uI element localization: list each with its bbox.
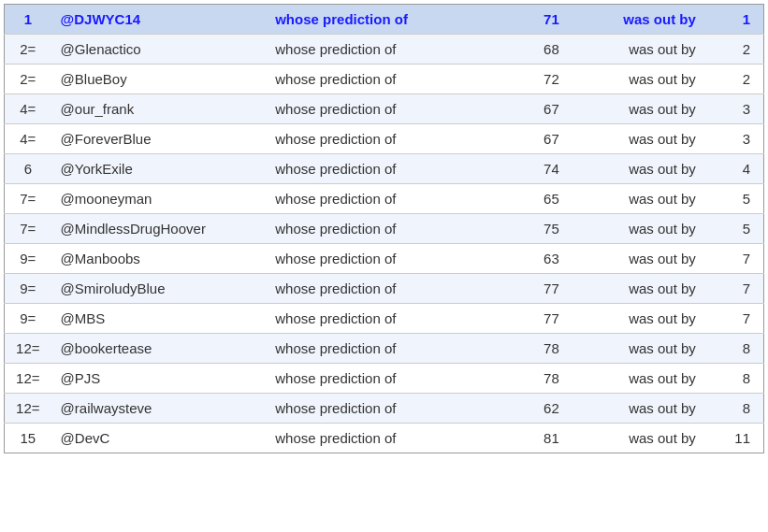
pred-label-cell: whose prediction of <box>266 124 490 154</box>
out-label-cell: was out by <box>569 424 705 453</box>
table-row: 7= @MindlessDrugHoover whose prediction … <box>5 214 764 244</box>
table-row: 9= @Manboobs whose prediction of 63 was … <box>5 244 764 274</box>
rank-cell: 2= <box>5 65 51 94</box>
rank-cell: 7= <box>5 184 51 214</box>
name-cell: @PJS <box>51 364 267 394</box>
rank-cell: 7= <box>5 214 51 244</box>
pred-val-cell: 81 <box>490 424 568 453</box>
name-cell: @MindlessDrugHoover <box>51 214 267 244</box>
pred-val-cell: 75 <box>490 214 568 244</box>
out-val-cell: 5 <box>705 184 764 214</box>
out-label-cell: was out by <box>569 65 705 94</box>
pred-val-cell: 67 <box>490 124 568 154</box>
out-label-cell: was out by <box>569 35 705 65</box>
out-label-cell: was out by <box>569 124 705 154</box>
out-label-cell: was out by <box>569 214 705 244</box>
pred-label-cell: whose prediction of <box>266 65 490 94</box>
pred-val-cell: 72 <box>490 65 568 94</box>
pred-label-cell: whose prediction of <box>266 184 490 214</box>
out-val-cell: 7 <box>705 274 764 304</box>
table-row: 9= @MBS whose prediction of 77 was out b… <box>5 304 764 334</box>
out-label-cell: was out by <box>569 364 705 394</box>
pred-val-cell: 63 <box>490 244 568 274</box>
rank-cell: 6 <box>5 154 51 184</box>
pred-label-cell: whose prediction of <box>266 274 490 304</box>
out-val-cell: 4 <box>705 154 764 184</box>
pred-val-cell: 67 <box>490 94 568 124</box>
pred-label-cell: whose prediction of <box>266 5 490 35</box>
table-row: 15 @DevC whose prediction of 81 was out … <box>5 424 764 453</box>
pred-val-cell: 77 <box>490 304 568 334</box>
out-val-cell: 2 <box>705 65 764 94</box>
table-row: 9= @SmiroludyBlue whose prediction of 77… <box>5 274 764 304</box>
pred-label-cell: whose prediction of <box>266 154 490 184</box>
name-cell: @MBS <box>51 304 267 334</box>
rank-cell: 9= <box>5 304 51 334</box>
pred-label-cell: whose prediction of <box>266 394 490 424</box>
out-val-cell: 8 <box>705 334 764 364</box>
out-val-cell: 7 <box>705 304 764 334</box>
pred-val-cell: 78 <box>490 334 568 364</box>
name-cell: @ForeverBlue <box>51 124 267 154</box>
pred-val-cell: 74 <box>490 154 568 184</box>
name-cell: @BlueBoy <box>51 65 267 94</box>
out-label-cell: was out by <box>569 244 705 274</box>
rank-cell: 2= <box>5 35 51 65</box>
pred-label-cell: whose prediction of <box>266 364 490 394</box>
pred-label-cell: whose prediction of <box>266 244 490 274</box>
name-cell: @Manboobs <box>51 244 267 274</box>
pred-val-cell: 78 <box>490 364 568 394</box>
out-label-cell: was out by <box>569 184 705 214</box>
table-row: 7= @mooneyman whose prediction of 65 was… <box>5 184 764 214</box>
out-label-cell: was out by <box>569 304 705 334</box>
rank-cell: 12= <box>5 334 51 364</box>
pred-label-cell: whose prediction of <box>266 35 490 65</box>
pred-val-cell: 77 <box>490 274 568 304</box>
table-row: 2= @BlueBoy whose prediction of 72 was o… <box>5 65 764 94</box>
name-cell: @Glenactico <box>51 35 267 65</box>
name-cell: @DJWYC14 <box>51 5 267 35</box>
table-row: 4= @ForeverBlue whose prediction of 67 w… <box>5 124 764 154</box>
rank-cell: 12= <box>5 394 51 424</box>
out-label-cell: was out by <box>569 154 705 184</box>
pred-label-cell: whose prediction of <box>266 214 490 244</box>
out-label-cell: was out by <box>569 274 705 304</box>
pred-label-cell: whose prediction of <box>266 304 490 334</box>
pred-label-cell: whose prediction of <box>266 334 490 364</box>
rank-cell: 9= <box>5 274 51 304</box>
pred-label-cell: whose prediction of <box>266 94 490 124</box>
rank-cell: 4= <box>5 124 51 154</box>
table-row: 12= @railwaysteve whose prediction of 62… <box>5 394 764 424</box>
out-val-cell: 11 <box>705 424 764 453</box>
out-val-cell: 3 <box>705 124 764 154</box>
out-val-cell: 7 <box>705 244 764 274</box>
table-row: 6 @YorkExile whose prediction of 74 was … <box>5 154 764 184</box>
table-row: 2= @Glenactico whose prediction of 68 wa… <box>5 35 764 65</box>
out-val-cell: 8 <box>705 364 764 394</box>
out-val-cell: 1 <box>705 5 764 35</box>
out-val-cell: 3 <box>705 94 764 124</box>
name-cell: @bookertease <box>51 334 267 364</box>
table-row: 12= @PJS whose prediction of 78 was out … <box>5 364 764 394</box>
pred-val-cell: 65 <box>490 184 568 214</box>
name-cell: @DevC <box>51 424 267 453</box>
name-cell: @railwaysteve <box>51 394 267 424</box>
name-cell: @YorkExile <box>51 154 267 184</box>
table-row: 1 @DJWYC14 whose prediction of 71 was ou… <box>5 5 764 35</box>
pred-val-cell: 68 <box>490 35 568 65</box>
rank-cell: 15 <box>5 424 51 453</box>
leaderboard-table: 1 @DJWYC14 whose prediction of 71 was ou… <box>4 4 764 453</box>
table-row: 12= @bookertease whose prediction of 78 … <box>5 334 764 364</box>
pred-label-cell: whose prediction of <box>266 424 490 453</box>
out-label-cell: was out by <box>569 394 705 424</box>
name-cell: @SmiroludyBlue <box>51 274 267 304</box>
rank-cell: 1 <box>5 5 51 35</box>
out-label-cell: was out by <box>569 334 705 364</box>
out-label-cell: was out by <box>569 5 705 35</box>
pred-val-cell: 71 <box>490 5 568 35</box>
table-row: 4= @our_frank whose prediction of 67 was… <box>5 94 764 124</box>
name-cell: @our_frank <box>51 94 267 124</box>
rank-cell: 4= <box>5 94 51 124</box>
out-val-cell: 2 <box>705 35 764 65</box>
rank-cell: 12= <box>5 364 51 394</box>
